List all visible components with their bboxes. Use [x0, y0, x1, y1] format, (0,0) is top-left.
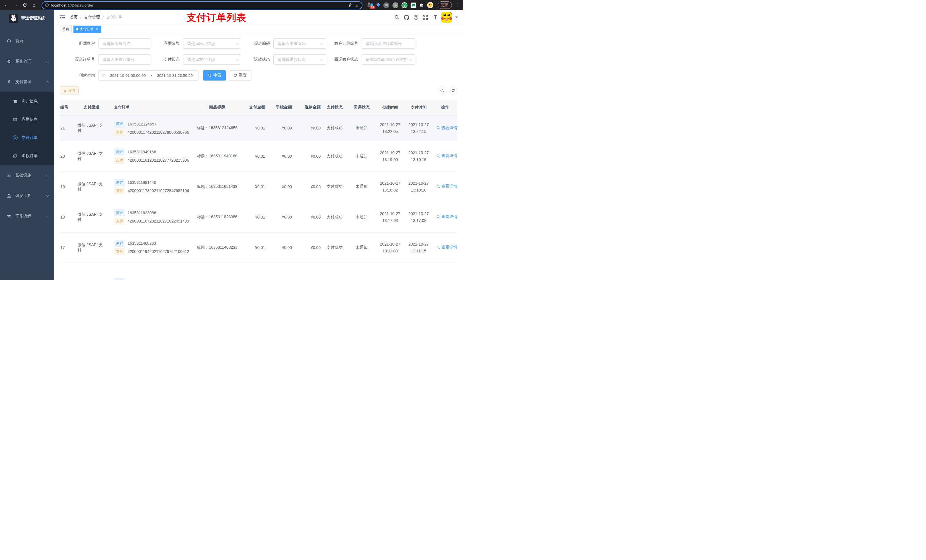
help-icon[interactable]: ?: [413, 15, 419, 20]
notify-status-select[interactable]: [362, 54, 415, 65]
share-icon[interactable]: [348, 3, 353, 8]
forward-icon[interactable]: →: [12, 2, 20, 9]
cell-title: 标题：1635311949168: [194, 141, 241, 171]
cell-paid: 2021-10-2713:11:15: [404, 232, 433, 263]
sidebar-item-label: 退款订单: [22, 153, 38, 158]
breadcrumb-home[interactable]: 首页: [70, 15, 78, 20]
cell-action: 查看详情: [433, 171, 457, 202]
chevron-down-icon: [46, 174, 49, 177]
chrome-update-button[interactable]: 更新: [438, 2, 452, 9]
chevron-down-icon: [46, 60, 49, 63]
font-size-icon[interactable]: TT: [432, 15, 437, 20]
extension-dot-icon[interactable]: [392, 2, 398, 8]
cell-created: 2021-10-2713:19:09: [376, 141, 404, 171]
pay-submenu: 商户信息 应用信息 ¥ 支付订单: [0, 92, 54, 165]
pay-status-select[interactable]: [183, 54, 241, 65]
sidebar-item-app-info[interactable]: 应用信息: [0, 110, 54, 128]
filter-row-1: 所属商户 应用编号 渠道编码 商户订单编号: [60, 38, 457, 49]
search-button[interactable]: 搜索: [203, 70, 226, 80]
field-label: 渠道编码: [241, 41, 273, 46]
merchant-select[interactable]: [98, 38, 151, 49]
date-range-picker[interactable]: 2021-10-01 00:00:00 - 2021-10-31 23:59:5…: [98, 70, 198, 80]
search-icon: [207, 73, 212, 77]
channel-order-no-input[interactable]: [98, 54, 151, 65]
refresh-table-button[interactable]: [449, 86, 457, 95]
table-row: 20 微信 JSAPI 支付 商户1635311949168 支付4200001…: [60, 141, 457, 171]
home-icon[interactable]: ⌂: [30, 2, 38, 9]
sidebar-item-home[interactable]: 首页: [0, 31, 54, 51]
chrome-menu-icon[interactable]: ⋮: [455, 3, 459, 8]
sidebar-item-pay[interactable]: ¥ 支付管理: [0, 72, 54, 92]
sidebar-fold-icon[interactable]: [60, 15, 65, 20]
navbar-actions: ? TT: [394, 12, 458, 23]
extension-command-icon[interactable]: ⌘: [383, 2, 389, 8]
user-avatar[interactable]: [441, 12, 452, 23]
search-icon: [437, 215, 440, 219]
tab-home[interactable]: 首页: [60, 26, 72, 33]
cell-fee: ¥0.00: [266, 115, 295, 141]
sidebar-item-pay-order[interactable]: ¥ 支付订单: [0, 128, 54, 147]
extension-puzzle-icon[interactable]: [419, 2, 424, 8]
reset-button[interactable]: 重置: [228, 70, 251, 80]
sidebar-item-label: 首页: [15, 38, 23, 44]
cell-channel: 微信 JSAPI 支付: [74, 141, 105, 171]
cell-pay-status: 支付成功: [322, 171, 347, 202]
app-logo[interactable]: 芋道管理系统: [0, 10, 54, 26]
url-bar[interactable]: localhost:1024/pay/order ☆: [42, 1, 363, 9]
channel-code-select[interactable]: [273, 38, 326, 49]
browser-chrome: ← → ⌂ localhost:1024/pay/order ☆ 10 ⌘: [0, 0, 463, 10]
sidebar-item-devtools[interactable]: 研发工具: [0, 186, 54, 206]
col-action: 操作: [433, 100, 457, 115]
search-icon[interactable]: [394, 15, 399, 20]
view-detail-link[interactable]: 查看详情: [437, 214, 457, 219]
cell-action: 查看详情: [433, 115, 457, 141]
page-content: 所属商户 应用编号 渠道编码 商户订单编号: [54, 34, 463, 280]
bookmark-star-icon[interactable]: ☆: [355, 3, 359, 8]
reload-icon[interactable]: [21, 2, 29, 9]
date-end: 2021-10-31 23:59:59: [154, 73, 195, 78]
extension-y-icon[interactable]: y: [401, 2, 407, 8]
refresh-icon: [233, 73, 237, 77]
field-label: 创建时间: [60, 73, 98, 78]
sidebar-item-system[interactable]: ⚙ 系统管理: [0, 51, 54, 72]
view-detail-link[interactable]: 查看详情: [437, 245, 457, 250]
sidebar-item-workflow[interactable]: 工作流程: [0, 206, 54, 226]
profile-avatar-icon[interactable]: [427, 2, 433, 8]
sidebar-item-merchant-info[interactable]: 商户信息: [0, 92, 54, 110]
cell-id: 21: [60, 115, 74, 141]
tab-pay-order[interactable]: 支付订单 ×: [73, 26, 101, 33]
sidebar-item-infra[interactable]: 基础设施: [0, 165, 54, 186]
sidebar-item-refund-order[interactable]: 退款订单: [0, 147, 54, 165]
extension-gem-icon[interactable]: [377, 3, 380, 8]
github-icon[interactable]: [404, 15, 409, 20]
back-icon[interactable]: ←: [3, 2, 10, 9]
view-detail-link[interactable]: 查看详情: [437, 184, 457, 189]
cell-refund: ¥0.00: [295, 141, 322, 171]
extension-grid-icon[interactable]: 10: [368, 3, 373, 8]
col-id: 编号: [60, 100, 74, 115]
cell-order: 商户1635312124657 支付4200001174202110278060…: [105, 115, 194, 141]
extension-chat-icon[interactable]: [411, 3, 416, 8]
export-button[interactable]: 导出: [60, 86, 79, 95]
filter-row-3: 创建时间 2021-10-01 00:00:00 - 2021-10-31 23…: [60, 70, 457, 80]
extension-badge: 10: [370, 6, 375, 9]
field-label: 支付状态: [151, 57, 183, 62]
close-icon[interactable]: ×: [95, 27, 99, 31]
fullscreen-icon[interactable]: [423, 15, 428, 20]
view-detail-link[interactable]: 查看详情: [437, 153, 457, 158]
extensions-area: 10 ⌘ y 更新 ⋮: [366, 2, 460, 9]
merchant-tag: 商户: [114, 121, 125, 127]
merchant-order-no-input[interactable]: [362, 38, 415, 49]
cell-order: 商户1635311949168 支付4200001181202110277723…: [105, 141, 194, 171]
app-select[interactable]: [183, 38, 241, 49]
view-detail-link[interactable]: 查看详情: [437, 125, 457, 131]
breadcrumb-pay[interactable]: 支付管理: [84, 15, 100, 20]
show-search-toggle-button[interactable]: [438, 86, 446, 95]
avatar-caret-icon[interactable]: [455, 17, 458, 18]
logo-rabbit-icon: [9, 14, 18, 23]
site-info-icon[interactable]: [45, 3, 49, 7]
cell-fee: ¥0.00: [266, 232, 295, 263]
refund-status-select[interactable]: [273, 54, 326, 65]
clock-icon: [101, 73, 106, 78]
chevron-up-icon: [46, 81, 49, 84]
